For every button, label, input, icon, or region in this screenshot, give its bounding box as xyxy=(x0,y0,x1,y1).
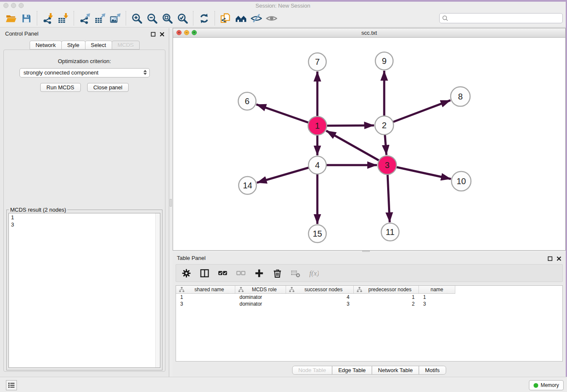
graph-node-11[interactable]: 11 xyxy=(381,223,399,241)
close-panel-button[interactable]: Close panel xyxy=(87,83,129,92)
open-session-button[interactable] xyxy=(3,11,19,26)
vertical-splitter-handle[interactable] xyxy=(170,199,172,207)
table-cell[interactable]: 4 xyxy=(286,294,354,300)
mcds-result-textarea[interactable]: 1 3 xyxy=(8,213,160,368)
graph-node-9[interactable]: 9 xyxy=(375,52,393,70)
tab-motifs[interactable]: Motifs xyxy=(418,366,446,375)
tab-network[interactable]: Network xyxy=(30,41,62,50)
eye-icon xyxy=(266,13,277,24)
zoom-selected-button[interactable] xyxy=(175,11,190,26)
hide-selection-button[interactable] xyxy=(248,11,264,26)
delete-column-button[interactable] xyxy=(271,267,283,279)
graph-edge-3-1[interactable] xyxy=(326,131,387,165)
column-label: shared name xyxy=(185,287,233,293)
export-table-button[interactable] xyxy=(92,11,107,26)
mcds-result-groupbox: MCDS result (2 nodes) 1 3 xyxy=(6,210,162,370)
zoom-out-icon xyxy=(146,13,158,24)
graph-node-label: 3 xyxy=(385,160,389,170)
graph-node-2[interactable]: 2 xyxy=(375,116,394,135)
graph-node-3[interactable]: 3 xyxy=(378,156,396,174)
table-cell[interactable]: 2 xyxy=(354,301,419,307)
open-icon xyxy=(6,13,17,24)
first-neighbors-button[interactable] xyxy=(233,11,248,26)
network-graph[interactable]: 7968124314101511 xyxy=(173,38,565,250)
zoom-fit-button[interactable] xyxy=(160,11,175,26)
toolbar-separator xyxy=(126,11,126,25)
table-cell[interactable]: 3 xyxy=(176,301,235,307)
criterion-value: strongly connected component xyxy=(24,69,99,76)
graph-node-14[interactable]: 14 xyxy=(239,177,256,194)
column-header-mcds-role[interactable]: MCDS role xyxy=(235,286,286,294)
apply-layout-button[interactable] xyxy=(196,11,212,26)
graph-edge-2-8[interactable] xyxy=(384,100,451,125)
table-cell[interactable]: 1 xyxy=(176,294,235,300)
table-settings-button[interactable] xyxy=(180,267,192,279)
table-cell[interactable]: 1 xyxy=(419,294,455,300)
select-all-icon xyxy=(218,268,228,278)
table-cell[interactable]: 3 xyxy=(419,301,455,307)
tab-node-table[interactable]: Node Table xyxy=(292,366,333,375)
float-panel-icon[interactable] xyxy=(151,31,156,36)
graph-node-label: 2 xyxy=(382,121,386,130)
tab-network-table[interactable]: Network Table xyxy=(372,366,419,375)
clone-icon xyxy=(220,13,231,24)
refresh-icon xyxy=(198,13,210,24)
network-canvas[interactable]: 7968124314101511 xyxy=(173,38,565,250)
import-table-button[interactable] xyxy=(55,11,71,26)
close-table-panel-icon[interactable] xyxy=(556,255,561,260)
window-title: Session: New Session xyxy=(0,3,566,9)
memory-status-icon xyxy=(534,383,538,388)
export-table-icon xyxy=(94,13,106,24)
tab-style[interactable]: Style xyxy=(61,41,85,50)
list-icon xyxy=(7,381,16,389)
graph-node-label: 6 xyxy=(245,97,249,106)
vertical-splitter[interactable] xyxy=(169,28,173,377)
graph-node-8[interactable]: 8 xyxy=(451,87,470,106)
table-cell[interactable]: 1 xyxy=(354,294,419,300)
graph-node-6[interactable]: 6 xyxy=(238,92,256,110)
network-from-selection-button[interactable] xyxy=(218,11,233,26)
gear-icon xyxy=(182,268,191,278)
show-columns-button[interactable] xyxy=(198,267,210,279)
tab-select[interactable]: Select xyxy=(85,41,112,50)
import-network-button[interactable] xyxy=(40,11,55,26)
graph-node-1[interactable]: 1 xyxy=(308,116,327,135)
graph-node-10[interactable]: 10 xyxy=(451,171,471,191)
task-history-button[interactable] xyxy=(6,380,17,390)
column-header-predecessor-nodes[interactable]: predecessor nodes xyxy=(354,286,419,294)
graph-node-4[interactable]: 4 xyxy=(308,156,326,174)
show-all-button[interactable] xyxy=(264,11,279,26)
search-input[interactable] xyxy=(439,13,563,23)
horizontal-splitter-handle[interactable] xyxy=(362,251,370,252)
zoom-out-button[interactable] xyxy=(144,11,160,26)
result-scrollbar[interactable] xyxy=(155,213,160,367)
tab-edge-table[interactable]: Edge Table xyxy=(332,366,372,375)
table-cell[interactable]: 3 xyxy=(286,301,354,307)
deselect-all-columns-button[interactable] xyxy=(235,267,247,279)
function-builder-button: f(x) xyxy=(308,267,319,279)
select-all-columns-button[interactable] xyxy=(217,267,228,279)
float-table-panel-icon[interactable] xyxy=(548,255,553,260)
tab-mcds[interactable]: MCDS xyxy=(112,41,140,50)
column-header-successor-nodes[interactable]: successor nodes xyxy=(286,286,354,294)
criterion-select[interactable]: strongly connected component xyxy=(19,68,150,77)
memory-label: Memory xyxy=(541,382,559,388)
column-header-shared-name[interactable]: shared name xyxy=(176,286,235,294)
create-column-button[interactable] xyxy=(253,267,265,279)
column-label: predecessor nodes xyxy=(363,287,417,293)
run-mcds-button[interactable]: Run MCDS xyxy=(40,83,81,92)
table-row[interactable]: 1dominator411 xyxy=(176,294,562,301)
graph-edge-4-14[interactable] xyxy=(257,165,317,183)
zoom-in-button[interactable] xyxy=(129,11,144,26)
table-row[interactable]: 3dominator323 xyxy=(176,301,562,307)
table-cell[interactable]: dominator xyxy=(235,301,286,307)
save-session-button[interactable] xyxy=(19,11,34,26)
table-cell[interactable]: dominator xyxy=(235,294,286,300)
graph-node-15[interactable]: 15 xyxy=(308,225,326,243)
graph-node-7[interactable]: 7 xyxy=(308,53,326,71)
column-header-name[interactable]: name xyxy=(419,286,455,294)
close-panel-icon[interactable] xyxy=(160,31,165,36)
export-network-button[interactable] xyxy=(77,11,92,26)
export-image-button[interactable] xyxy=(107,11,123,26)
memory-button[interactable]: Memory xyxy=(529,380,564,390)
